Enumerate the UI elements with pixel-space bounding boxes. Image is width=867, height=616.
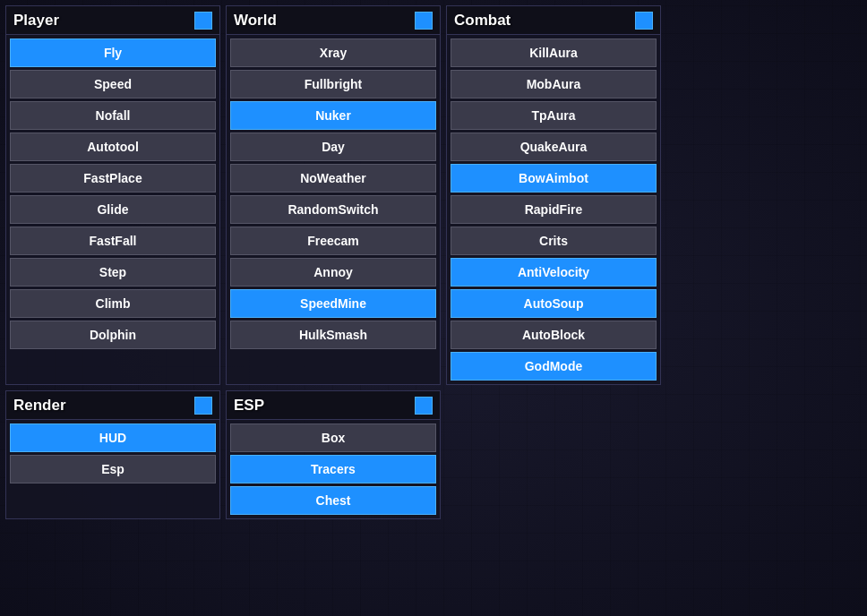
panel-render: RenderHUDEsp xyxy=(5,390,220,519)
btn-fly[interactable]: Fly xyxy=(10,38,216,67)
btn-rapidfire[interactable]: RapidFire xyxy=(451,195,657,224)
btn-step[interactable]: Step xyxy=(10,258,216,287)
panel-toggle-esp[interactable] xyxy=(415,397,433,415)
btn-fullbright[interactable]: Fullbright xyxy=(230,70,436,98)
btn-antivelocity[interactable]: AntiVelocity xyxy=(451,258,657,287)
panel-player: PlayerFlySpeedNofallAutotoolFastPlaceGli… xyxy=(5,5,220,385)
btn-xray[interactable]: Xray xyxy=(230,38,436,67)
btn-crits[interactable]: Crits xyxy=(451,227,657,255)
panel-title-render: Render xyxy=(13,397,66,415)
btn-fastplace[interactable]: FastPlace xyxy=(10,164,216,192)
panel-toggle-combat[interactable] xyxy=(635,12,653,30)
panel-items-esp: BoxTracersChest xyxy=(227,420,440,518)
btn-godmode[interactable]: GodMode xyxy=(451,352,657,381)
panel-header-render: Render xyxy=(6,391,219,420)
panel-title-esp: ESP xyxy=(234,397,264,415)
btn-day[interactable]: Day xyxy=(230,133,436,161)
btn-speedmine[interactable]: SpeedMine xyxy=(230,289,436,318)
btn-dolphin[interactable]: Dolphin xyxy=(10,321,216,349)
panel-header-esp: ESP xyxy=(227,391,440,420)
btn-tracers[interactable]: Tracers xyxy=(230,455,436,483)
btn-nofall[interactable]: Nofall xyxy=(10,101,216,130)
panel-combat: CombatKillAuraMobAuraTpAuraQuakeAuraBowA… xyxy=(446,5,661,385)
btn-autoblock[interactable]: AutoBlock xyxy=(451,321,657,349)
btn-bowaimbot[interactable]: BowAimbot xyxy=(451,164,657,192)
btn-glide[interactable]: Glide xyxy=(10,195,216,224)
btn-killaura[interactable]: KillAura xyxy=(451,38,657,67)
btn-autotool[interactable]: Autotool xyxy=(10,133,216,161)
panel-items-world: XrayFullbrightNukerDayNoWeatherRandomSwi… xyxy=(227,35,440,353)
btn-noweather[interactable]: NoWeather xyxy=(230,164,436,192)
btn-climb[interactable]: Climb xyxy=(10,289,216,318)
panel-header-world: World xyxy=(227,6,440,35)
btn-esp[interactable]: Esp xyxy=(10,455,216,483)
panel-title-combat: Combat xyxy=(454,12,511,30)
ui-container: PlayerFlySpeedNofallAutotoolFastPlaceGli… xyxy=(0,0,867,525)
panel-header-player: Player xyxy=(6,6,219,35)
btn-freecam[interactable]: Freecam xyxy=(230,227,436,255)
btn-nuker[interactable]: Nuker xyxy=(230,101,436,130)
btn-fastfall[interactable]: FastFall xyxy=(10,227,216,255)
btn-hulksmash[interactable]: HulkSmash xyxy=(230,321,436,349)
panel-toggle-world[interactable] xyxy=(415,12,433,30)
btn-autosoup[interactable]: AutoSoup xyxy=(451,289,657,318)
btn-chest[interactable]: Chest xyxy=(230,486,436,515)
panel-items-player: FlySpeedNofallAutotoolFastPlaceGlideFast… xyxy=(6,35,219,353)
btn-quakeaura[interactable]: QuakeAura xyxy=(451,133,657,161)
panel-title-world: World xyxy=(234,12,277,30)
btn-speed[interactable]: Speed xyxy=(10,70,216,98)
panel-header-combat: Combat xyxy=(447,6,660,35)
panel-esp: ESPBoxTracersChest xyxy=(226,390,441,519)
panel-title-player: Player xyxy=(13,12,59,30)
btn-randomswitch[interactable]: RandomSwitch xyxy=(230,195,436,224)
btn-tpaura[interactable]: TpAura xyxy=(451,101,657,130)
btn-hud[interactable]: HUD xyxy=(10,424,216,452)
panel-items-combat: KillAuraMobAuraTpAuraQuakeAuraBowAimbotR… xyxy=(447,35,660,384)
panel-items-render: HUDEsp xyxy=(6,420,219,487)
btn-mobaura[interactable]: MobAura xyxy=(451,70,657,98)
panel-toggle-render[interactable] xyxy=(194,397,212,415)
panel-world: WorldXrayFullbrightNukerDayNoWeatherRand… xyxy=(226,5,441,385)
btn-annoy[interactable]: Annoy xyxy=(230,258,436,287)
btn-box[interactable]: Box xyxy=(230,424,436,452)
panel-toggle-player[interactable] xyxy=(194,12,212,30)
